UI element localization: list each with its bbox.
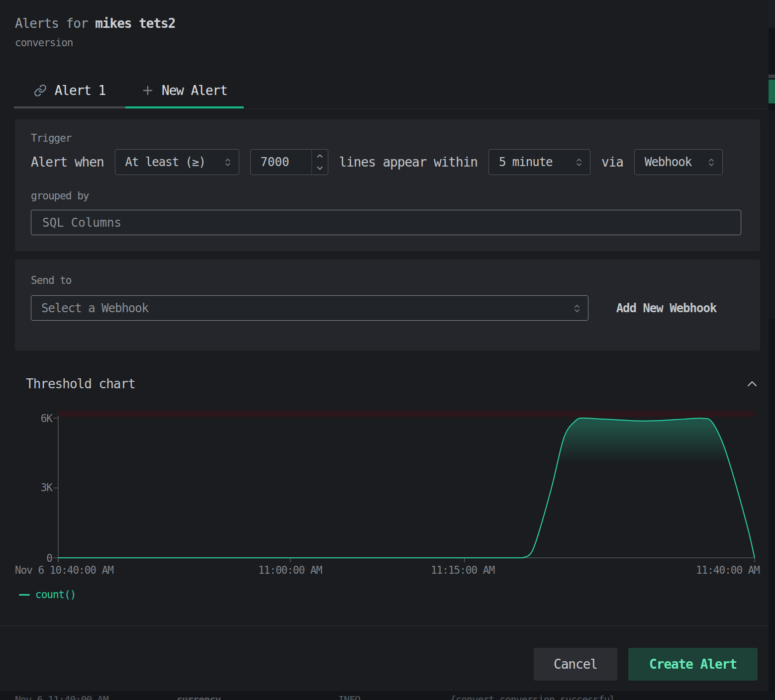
cancel-button[interactable]: Cancel <box>534 648 617 681</box>
spinner-down-button[interactable] <box>312 162 328 175</box>
log-column: currency <box>177 694 220 700</box>
page-title: Alerts for mikes tets2 <box>15 16 175 31</box>
plus-icon <box>142 85 154 96</box>
tab-new-alert[interactable]: New Alert <box>125 75 244 108</box>
tab-new-alert-label: New Alert <box>162 83 227 98</box>
log-level: INFO <box>338 694 360 700</box>
chevron-down-icon <box>317 166 323 171</box>
create-alert-button[interactable]: Create Alert <box>628 648 758 681</box>
group-by-input[interactable] <box>31 210 741 235</box>
chevron-updown-icon <box>573 302 581 315</box>
trigger-label: Trigger <box>31 132 72 144</box>
webhook-select[interactable]: Select a Webhook <box>31 295 588 321</box>
trigger-section: Trigger Alert when At least (≥) lines ap… <box>15 119 760 251</box>
x-axis-tick-label: 11:00:00 AM <box>258 564 322 576</box>
send-to-section: Send to Select a Webhook Add New Webhook <box>15 260 760 350</box>
send-to-row: Select a Webhook Add New Webhook <box>31 295 744 321</box>
collapse-chart-button[interactable] <box>744 376 760 392</box>
legend-item-count[interactable]: count() <box>19 589 76 601</box>
condition-select[interactable]: At least (≥) <box>115 149 239 175</box>
log-message: {convert conversion successful <box>450 694 615 700</box>
page-behind-modal-edge <box>769 0 775 691</box>
lines-appear-text: lines appear within <box>339 155 478 170</box>
y-axis-tick-label: 6K <box>20 413 52 425</box>
chevron-up-icon <box>747 380 758 387</box>
x-axis-tick-label: 11:40:00 AM <box>696 564 760 576</box>
add-new-webhook-button[interactable]: Add New Webhook <box>588 301 744 315</box>
y-axis-tick-label: 0 <box>20 552 52 564</box>
background-log-row: Nov 6 11:40:00 AM currency INFO {convert… <box>0 691 775 700</box>
alert-when-text: Alert when <box>31 155 104 170</box>
threshold-chart[interactable] <box>58 409 755 558</box>
threshold-chart-title: Threshold chart <box>26 376 135 391</box>
log-timestamp: Nov 6 11:40:00 AM <box>15 694 108 700</box>
threshold-value-input-group <box>250 149 328 175</box>
spinner-up-button[interactable] <box>312 150 328 162</box>
link-icon <box>34 84 47 97</box>
chevron-up-icon <box>317 154 323 158</box>
via-text: via <box>601 155 623 170</box>
chevron-updown-icon <box>707 156 715 169</box>
threshold-value-input[interactable] <box>251 150 311 175</box>
number-spinner <box>311 150 328 175</box>
source-name: mikes tets2 <box>95 16 175 31</box>
legend-swatch <box>19 594 30 596</box>
tab-alert-1-label: Alert 1 <box>55 83 106 98</box>
interval-select[interactable]: 5 minute <box>488 149 590 175</box>
page-subtitle: conversion <box>15 37 73 49</box>
y-axis-tick-label: 3K <box>20 482 52 494</box>
chevron-updown-icon <box>224 156 232 169</box>
tab-alert-1[interactable]: Alert 1 <box>14 75 125 108</box>
chevron-updown-icon <box>575 156 583 169</box>
x-axis-tick-label: 11:15:00 AM <box>431 564 494 576</box>
grouped-by-label: grouped by <box>31 190 89 202</box>
x-axis-tick-label: Nov 6 10:40:00 AM <box>15 564 113 576</box>
footer-divider <box>0 625 769 626</box>
alert-modal: Alerts for mikes tets2 conversion Alert … <box>0 0 775 700</box>
channel-select[interactable]: Webhook <box>634 149 723 175</box>
alert-tabbar: Alert 1 New Alert <box>14 75 769 109</box>
footer-buttons: Cancel Create Alert <box>534 648 758 681</box>
send-to-label: Send to <box>31 274 72 286</box>
legend-label: count() <box>35 589 76 601</box>
trigger-row: Alert when At least (≥) lines appear wit… <box>31 149 723 175</box>
